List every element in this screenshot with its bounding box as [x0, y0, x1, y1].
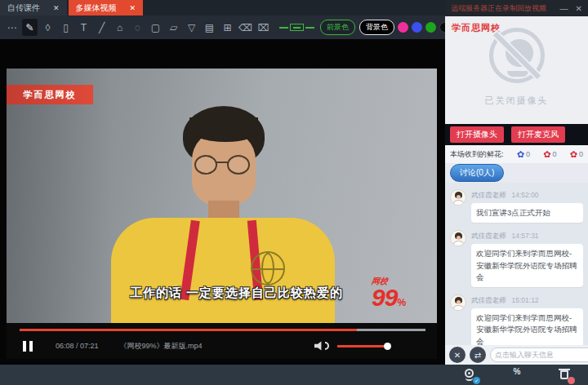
chat-message: 武佳霞老师15:01:12 欢迎同学们来到学而思网校-安徽新华学院外语院专场招聘… — [450, 294, 583, 345]
text-icon[interactable]: T — [76, 19, 91, 36]
webcam-status-icon[interactable]: ✓ — [462, 368, 477, 383]
triangle-icon[interactable]: ▽ — [184, 19, 199, 36]
camera-panel: 学而思网校 已关闭摄像头 — [445, 16, 588, 124]
more-icon[interactable]: ⋯ — [4, 19, 20, 36]
line-width-medium-selected[interactable] — [290, 24, 304, 31]
chat-message: 武佳霞老师14:52:00 我们宣讲3点正式开始 — [450, 189, 583, 223]
clear-icon[interactable]: ⌧ — [256, 19, 271, 36]
color-swatch-blue[interactable] — [412, 22, 422, 33]
player-controls: 06:08 / 07:21 《网校99%》最新版.mp4 — [7, 323, 437, 359]
presenter-shirt — [111, 218, 335, 323]
presenter-glasses-right — [227, 155, 250, 175]
highlighter-icon[interactable]: ▯ — [58, 19, 74, 36]
close-icon[interactable]: ✕ — [576, 4, 582, 13]
line-width-thin[interactable] — [279, 27, 288, 29]
watermark-number: 99 — [372, 284, 397, 311]
brand-banner: 学而思网校 — [7, 85, 93, 104]
open-camera-button[interactable]: 打开摄像头 — [450, 126, 504, 143]
foreground-color-button[interactable]: 前景色 — [320, 20, 355, 35]
alert-badge — [568, 377, 575, 384]
presenter-glasses-left — [194, 155, 217, 175]
close-icon[interactable]: ✕ — [130, 4, 136, 12]
avatar — [450, 189, 466, 206]
flower-counter-red-2: ✿ 0 — [570, 149, 583, 160]
pen-icon[interactable]: ✎ — [22, 19, 38, 36]
rectangle-icon[interactable]: ▢ — [148, 19, 163, 36]
flower-icon: ✿ — [517, 149, 524, 160]
tab-multimedia-label: 多媒体视频 — [76, 2, 117, 14]
trash-icon[interactable]: ⌫ — [238, 19, 253, 36]
tab-multimedia-video[interactable]: 多媒体视频 ✕ — [69, 0, 144, 15]
message-time: 15:01:12 — [512, 296, 539, 304]
chat-message: 武佳霞老师14:57:31 欢迎同学们来到学而思网校-安徽新华学院外语院专场招聘… — [450, 230, 583, 287]
app-window: 自传课件 ✕ 多媒体视频 ✕ ⋯ ✎ ◊ ▯ T ╱ ⌂ ◌ ▢ ▱ ▽ ▤ ⊞… — [0, 0, 588, 385]
chat-input-wrap — [490, 347, 588, 362]
swap-view-button[interactable]: ⇄ — [470, 347, 486, 363]
eraser-icon[interactable]: ◊ — [40, 19, 56, 36]
line-width-thick[interactable] — [305, 27, 314, 29]
flower-counter-blue: ✿ 0 — [517, 149, 530, 160]
camera-status-text: 已关闭摄像头 — [445, 95, 588, 107]
color-swatch-magenta[interactable] — [398, 22, 408, 33]
video-filename: 《网校99%》最新版.mp4 — [120, 341, 203, 352]
drawing-toolbar: ⋯ ✎ ◊ ▯ T ╱ ⌂ ◌ ▢ ▱ ▽ ▤ ⊞ ⌫ ⌧ 前景色 背景色 — [0, 15, 445, 39]
pentagon-icon[interactable]: ⌂ — [112, 19, 127, 36]
shirt-globe-logo — [251, 251, 285, 285]
close-chat-button[interactable]: ✕ — [449, 347, 466, 363]
line-width-selector[interactable] — [279, 24, 314, 31]
volume-knob[interactable] — [384, 343, 391, 350]
chat-input-row: ✕ ⇄ — [445, 345, 588, 365]
time-display: 06:08 / 07:21 — [56, 342, 99, 350]
flower-icon: ✿ — [570, 149, 577, 160]
chat-list[interactable]: 武佳霞老师14:52:00 我们宣讲3点正式开始 武佳霞老师14:57:31 欢… — [445, 183, 588, 345]
sender-name: 武佳霞老师 — [471, 232, 506, 240]
tab-courseware-label: 自传课件 — [7, 2, 40, 14]
progress-fill — [20, 329, 357, 331]
video-stage: 学而思网校 工作的话 一定要选择自己比较热爱的 网校 99% 06:08 / 0… — [0, 39, 445, 365]
message-text: 欢迎同学们来到学而思网校-安徽新华学院外语院专场招聘会 — [471, 244, 583, 287]
watermark-prefix: 网校 — [371, 276, 431, 287]
background-color-button[interactable]: 背景色 — [359, 20, 394, 35]
ellipse-icon[interactable]: ◌ — [130, 19, 145, 36]
presenter-glasses-bridge — [216, 162, 229, 163]
video-display[interactable]: 学而思网校 工作的话 一定要选择自己比较热爱的 网校 99% — [7, 69, 437, 323]
discussion-row: 讨论(0人) — [445, 163, 588, 183]
color-swatch-black[interactable] — [439, 22, 445, 33]
tab-bar: 自传课件 ✕ 多媒体视频 ✕ — [0, 0, 445, 15]
pause-button[interactable] — [23, 341, 33, 352]
device-button-row: 打开摄像头 打开麦克风 — [445, 124, 588, 145]
message-time: 14:52:00 — [512, 191, 539, 199]
trash-status-icon[interactable] — [557, 368, 572, 383]
message-text: 我们宣讲3点正式开始 — [471, 203, 583, 223]
line-icon[interactable]: ╱ — [94, 19, 109, 36]
screen-icon[interactable]: ⊞ — [220, 19, 235, 36]
recording-status-text: 远端服务器正在录制回放视频 — [451, 3, 553, 14]
progress-bar[interactable] — [20, 329, 425, 331]
sender-name: 武佳霞老师 — [471, 296, 506, 304]
main-section: 自传课件 ✕ 多媒体视频 ✕ ⋯ ✎ ◊ ▯ T ╱ ⌂ ◌ ▢ ▱ ▽ ▤ ⊞… — [0, 0, 445, 365]
watermark-logo: 网校 99% — [372, 276, 430, 309]
image-icon[interactable]: ▤ — [202, 19, 217, 36]
remote-titlebar: 远端服务器正在录制回放视频 — ✕ — [445, 0, 588, 16]
open-mic-button[interactable]: 打开麦克风 — [511, 126, 565, 143]
flower-counter-red-1: ✿ 0 — [543, 149, 556, 160]
flowers-bar: 本场收到的鲜花: ✿ 0 ✿ 0 ✿ 0 — [445, 145, 588, 163]
chat-input[interactable] — [495, 351, 588, 359]
watermark-percent: % — [397, 297, 406, 308]
avatar — [450, 294, 466, 311]
message-time: 14:57:31 — [512, 232, 539, 240]
sender-name: 武佳霞老师 — [471, 191, 506, 199]
percent-toggle-icon[interactable]: % — [510, 368, 524, 383]
discussion-button[interactable]: 讨论(0人) — [450, 164, 504, 182]
color-swatch-green[interactable] — [425, 22, 436, 33]
volume-icon[interactable] — [314, 341, 329, 351]
camera-off-icon — [489, 28, 545, 83]
flowers-label: 本场收到的鲜花: — [450, 149, 504, 160]
presenter-fringe — [189, 117, 258, 142]
tab-courseware[interactable]: 自传课件 ✕ — [0, 0, 67, 15]
parallelogram-icon[interactable]: ▱ — [166, 19, 181, 36]
minimize-icon[interactable]: — — [560, 4, 568, 13]
avatar — [450, 230, 466, 246]
volume-slider[interactable] — [337, 345, 388, 347]
close-icon[interactable]: ✕ — [53, 4, 60, 12]
